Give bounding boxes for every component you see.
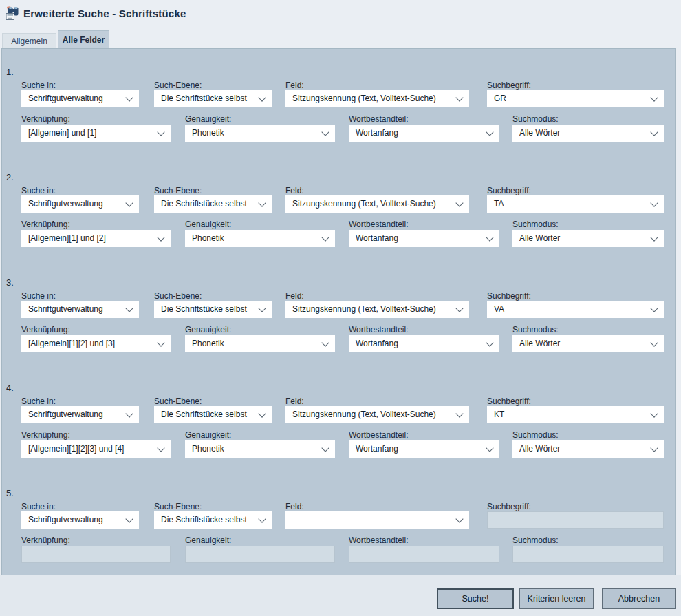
- suchmodus-value: Alle Wörter: [519, 125, 560, 142]
- feld-select[interactable]: Sitzungskennung (Text, Volltext-Suche): [285, 301, 469, 318]
- verknuepfung-label: Verknüpfung:: [21, 430, 70, 440]
- suchbegriff-value: KT: [494, 406, 504, 423]
- chevron-down-icon: [650, 339, 658, 346]
- genauigkeit-label: Genauigkeit:: [185, 325, 231, 334]
- suchmodus-label: Suchmodus:: [512, 535, 559, 545]
- verknuepfung-select[interactable]: [Allgemein][1] und [2]: [21, 230, 171, 247]
- chevron-down-icon: [486, 233, 493, 241]
- feld-value: Sitzungskennung (Text, Volltext-Suche): [292, 301, 436, 318]
- suche-in-select[interactable]: Schriftgutverwaltung: [21, 406, 139, 423]
- wortbestandteil-select[interactable]: Wortanfang: [349, 125, 499, 142]
- wortbestandteil-value: Wortanfang: [356, 440, 398, 458]
- suchbegriff-combo[interactable]: GR: [487, 90, 664, 107]
- chevron-down-icon: [157, 339, 164, 346]
- genauigkeit-value: Phonetik: [192, 230, 224, 247]
- section-number: 3.: [6, 277, 14, 288]
- such-ebene-select[interactable]: Die Schriftstücke selbst: [154, 90, 272, 107]
- wortbestandteil-select[interactable]: Wortanfang: [349, 230, 499, 247]
- suchmodus-select[interactable]: Alle Wörter: [512, 335, 664, 352]
- suche-in-select[interactable]: Schriftgutverwaltung: [21, 301, 139, 318]
- genauigkeit-select[interactable]: Phonetik: [185, 335, 335, 352]
- genauigkeit-select[interactable]: Phonetik: [185, 230, 335, 247]
- feld-label: Feld:: [285, 396, 304, 406]
- verknuepfung-value: [Allgemein][1] und [2]: [28, 230, 106, 247]
- genauigkeit-select: [185, 546, 335, 563]
- such-ebene-select[interactable]: Die Schriftstücke selbst: [154, 301, 272, 318]
- such-ebene-label: Such-Ebene:: [154, 291, 202, 301]
- wortbestandteil-label: Wortbestandteil:: [349, 535, 409, 545]
- chevron-down-icon: [650, 94, 658, 101]
- such-ebene-value: Die Schriftstücke selbst: [161, 301, 247, 318]
- feld-label: Feld:: [285, 502, 304, 511]
- window-title: Erweiterte Suche - Schriftstücke: [23, 8, 186, 19]
- suchmodus-select[interactable]: Alle Wörter: [512, 125, 664, 142]
- suchbegriff-combo: [487, 511, 664, 529]
- chevron-down-icon: [157, 444, 164, 452]
- feld-select[interactable]: Sitzungskennung (Text, Volltext-Suche): [285, 90, 469, 107]
- suchmodus-label: Suchmodus:: [512, 220, 559, 229]
- such-ebene-value: Die Schriftstücke selbst: [161, 195, 247, 213]
- genauigkeit-select[interactable]: Phonetik: [185, 125, 335, 142]
- tab-alle-felder[interactable]: Alle Felder: [58, 30, 109, 48]
- verknuepfung-label: Verknüpfung:: [21, 220, 70, 229]
- genauigkeit-value: Phonetik: [192, 335, 224, 352]
- chevron-down-icon: [486, 339, 493, 346]
- suchbegriff-combo[interactable]: VA: [487, 301, 664, 318]
- suche-in-value: Schriftgutverwaltung: [28, 195, 103, 213]
- genauigkeit-select[interactable]: Phonetik: [185, 440, 335, 458]
- suchbegriff-combo[interactable]: TA: [487, 195, 664, 213]
- such-ebene-select[interactable]: Die Schriftstücke selbst: [154, 406, 272, 423]
- verknuepfung-select[interactable]: [Allgemein] und [1]: [21, 125, 171, 142]
- suchmodus-select[interactable]: Alle Wörter: [512, 230, 664, 247]
- wortbestandteil-label: Wortbestandteil:: [349, 114, 409, 124]
- feld-value: Sitzungskennung (Text, Volltext-Suche): [292, 195, 436, 213]
- such-ebene-value: Die Schriftstücke selbst: [161, 90, 247, 107]
- feld-value: Sitzungskennung (Text, Volltext-Suche): [292, 90, 436, 107]
- suchmodus-value: Alle Wörter: [519, 230, 560, 247]
- chevron-down-icon: [258, 515, 266, 522]
- tab-allgemein[interactable]: Allgemein: [2, 33, 56, 48]
- such-ebene-select[interactable]: Die Schriftstücke selbst: [154, 195, 272, 213]
- feld-select[interactable]: [285, 511, 469, 529]
- suchmodus-label: Suchmodus:: [512, 114, 559, 124]
- such-ebene-label: Such-Ebene:: [154, 396, 202, 406]
- chevron-down-icon: [455, 199, 463, 206]
- suchmodus-label: Suchmodus:: [512, 430, 559, 440]
- suchbegriff-label: Suchbegriff:: [487, 396, 531, 406]
- such-ebene-value: Die Schriftstücke selbst: [161, 511, 247, 529]
- wortbestandteil-label: Wortbestandteil:: [349, 220, 409, 229]
- chevron-down-icon: [258, 410, 266, 417]
- chevron-down-icon: [650, 304, 658, 312]
- chevron-down-icon: [157, 128, 164, 136]
- such-ebene-label: Such-Ebene:: [154, 186, 202, 195]
- suche-in-label: Suche in:: [21, 502, 56, 511]
- wortbestandteil-select[interactable]: Wortanfang: [349, 440, 499, 458]
- such-ebene-label: Such-Ebene:: [154, 502, 202, 511]
- wortbestandteil-label: Wortbestandteil:: [349, 430, 409, 440]
- verknuepfung-select[interactable]: [Allgemein][1][2][3] und [4]: [21, 440, 171, 458]
- suche-in-value: Schriftgutverwaltung: [28, 406, 103, 423]
- suchmodus-select[interactable]: Alle Wörter: [512, 440, 664, 458]
- such-ebene-value: Die Schriftstücke selbst: [161, 406, 247, 423]
- verknuepfung-label: Verknüpfung:: [21, 325, 70, 334]
- suchmodus-value: Alle Wörter: [519, 335, 560, 352]
- chevron-down-icon: [650, 128, 658, 136]
- chevron-down-icon: [455, 410, 463, 417]
- feld-select[interactable]: Sitzungskennung (Text, Volltext-Suche): [285, 195, 469, 213]
- suche-in-select[interactable]: Schriftgutverwaltung: [21, 511, 139, 529]
- genauigkeit-value: Phonetik: [192, 440, 224, 458]
- suchbegriff-combo[interactable]: KT: [487, 406, 664, 423]
- suche-in-label: Suche in:: [21, 291, 56, 301]
- verknuepfung-select[interactable]: [Allgemein][1][2] und [3]: [21, 335, 171, 352]
- suche-in-select[interactable]: Schriftgutverwaltung: [21, 195, 139, 213]
- chevron-down-icon: [258, 199, 266, 206]
- chevron-down-icon: [258, 304, 266, 312]
- chevron-down-icon: [321, 444, 329, 452]
- suchbegriff-label: Suchbegriff:: [487, 502, 531, 511]
- feld-select[interactable]: Sitzungskennung (Text, Volltext-Suche): [285, 406, 469, 423]
- wortbestandteil-select: [349, 546, 499, 563]
- such-ebene-select[interactable]: Die Schriftstücke selbst: [154, 511, 272, 529]
- suche-in-select[interactable]: Schriftgutverwaltung: [21, 90, 139, 107]
- suche-in-value: Schriftgutverwaltung: [28, 301, 103, 318]
- wortbestandteil-select[interactable]: Wortanfang: [349, 335, 499, 352]
